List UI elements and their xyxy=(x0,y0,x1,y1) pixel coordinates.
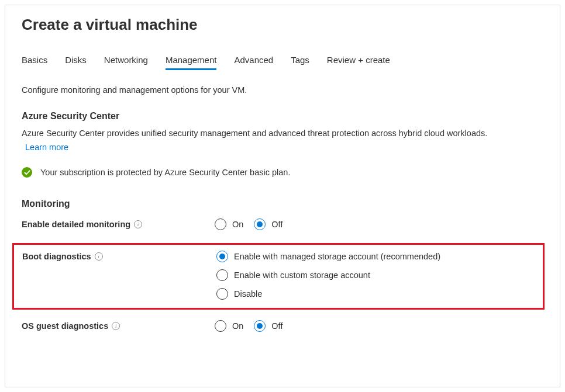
boot-diagnostics-radio-disable[interactable]: Disable xyxy=(216,288,440,300)
monitoring-title: Monitoring xyxy=(22,199,543,209)
radio-icon xyxy=(254,320,266,332)
page-title: Create a virtual machine xyxy=(22,16,543,34)
detailed-monitoring-radio-group: On Off xyxy=(215,218,282,230)
radio-icon xyxy=(215,218,226,230)
radio-label: Disable xyxy=(234,289,262,299)
tab-management[interactable]: Management xyxy=(166,55,217,70)
guest-diagnostics-radio-on[interactable]: On xyxy=(215,320,243,332)
tab-basics[interactable]: Basics xyxy=(22,55,47,70)
boot-diagnostics-radio-custom[interactable]: Enable with custom storage account xyxy=(216,269,440,281)
security-center-title: Azure Security Center xyxy=(22,111,543,122)
detailed-monitoring-label: Enable detailed monitoring xyxy=(22,220,130,229)
security-learn-more-link[interactable]: Learn more xyxy=(25,143,68,152)
radio-label: Off xyxy=(271,220,282,229)
info-icon[interactable]: i xyxy=(95,252,103,261)
radio-icon xyxy=(215,320,226,332)
radio-icon xyxy=(216,251,228,262)
detailed-monitoring-row: Enable detailed monitoring i On Off xyxy=(22,218,543,230)
boot-diagnostics-radio-group: Enable with managed storage account (rec… xyxy=(216,251,440,300)
detailed-monitoring-radio-off[interactable]: Off xyxy=(254,218,282,230)
radio-icon xyxy=(254,218,266,230)
boot-diagnostics-row: Boot diagnostics i Enable with managed s… xyxy=(22,251,535,300)
radio-icon xyxy=(216,288,228,300)
guest-diagnostics-radio-group: On Off xyxy=(215,320,282,332)
info-icon[interactable]: i xyxy=(134,220,142,228)
create-vm-page: Create a virtual machine Basics Disks Ne… xyxy=(5,5,560,387)
boot-diagnostics-highlight: Boot diagnostics i Enable with managed s… xyxy=(12,243,545,310)
tabs: Basics Disks Networking Management Advan… xyxy=(22,55,543,70)
radio-label: Enable with custom storage account xyxy=(234,270,370,280)
security-status-row: Your subscription is protected by Azure … xyxy=(22,167,543,178)
boot-diagnostics-radio-managed[interactable]: Enable with managed storage account (rec… xyxy=(216,251,440,262)
guest-diagnostics-radio-off[interactable]: Off xyxy=(254,320,282,332)
security-status-text: Your subscription is protected by Azure … xyxy=(40,168,290,177)
radio-icon xyxy=(216,269,228,281)
tab-advanced[interactable]: Advanced xyxy=(234,55,273,70)
guest-diagnostics-label: OS guest diagnostics xyxy=(22,321,108,331)
tab-networking[interactable]: Networking xyxy=(104,55,148,70)
detailed-monitoring-radio-on[interactable]: On xyxy=(215,218,243,230)
tab-disks[interactable]: Disks xyxy=(65,55,87,70)
radio-label: On xyxy=(232,220,243,229)
tab-description: Configure monitoring and management opti… xyxy=(22,85,543,95)
radio-label: Off xyxy=(271,321,282,331)
boot-diagnostics-label: Boot diagnostics xyxy=(22,252,91,261)
tab-tags[interactable]: Tags xyxy=(291,55,309,70)
info-icon[interactable]: i xyxy=(112,322,120,330)
radio-label: On xyxy=(232,321,243,331)
radio-label: Enable with managed storage account (rec… xyxy=(234,252,440,261)
security-center-text: Azure Security Center provides unified s… xyxy=(22,127,543,140)
guest-diagnostics-row: OS guest diagnostics i On Off xyxy=(22,320,543,332)
tab-review-create[interactable]: Review + create xyxy=(327,55,390,70)
check-circle-icon xyxy=(22,167,32,178)
